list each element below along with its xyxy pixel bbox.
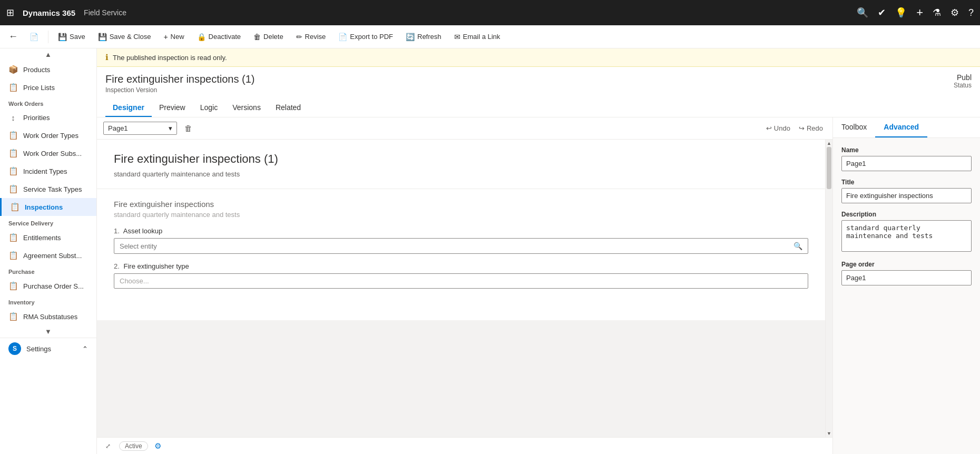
scrollbar-thumb[interactable] [827, 147, 831, 189]
export-pdf-button[interactable]: 📄 Export to PDF [333, 29, 398, 44]
undo-button[interactable]: ↩ Undo [763, 122, 793, 134]
form-preview-scroll[interactable]: Fire extinguisher inspections (1) standa… [97, 140, 825, 437]
sidebar-item-settings[interactable]: S Settings ⌃ [0, 338, 96, 359]
doc-button[interactable]: 📄 [24, 29, 44, 44]
rp-title-input[interactable] [841, 188, 972, 203]
rp-description-textarea[interactable]: standard quarterly maintenance and tests [841, 220, 972, 252]
form-preview-inner: Fire extinguisher inspections (1) standa… [97, 140, 825, 320]
info-icon: ℹ [105, 53, 109, 62]
new-button[interactable]: + New [158, 29, 189, 44]
back-button[interactable]: ← [4, 29, 22, 44]
rp-name-input[interactable] [841, 156, 972, 171]
scrollbar-down-arrow[interactable]: ▼ [826, 430, 832, 437]
page-dropdown[interactable]: Page1 ▾ [103, 122, 177, 135]
page-dropdown-value: Page1 [108, 124, 128, 132]
field-1-num: 1. [114, 227, 120, 235]
sidebar-item-agreement-substatuses[interactable]: 📋 Agreement Subst... [0, 246, 96, 264]
settings-expand-icon: ⌃ [82, 345, 88, 353]
rp-page-order-input[interactable] [841, 270, 972, 285]
extinguisher-type-dropdown[interactable]: Choose... [114, 273, 808, 289]
email-link-button[interactable]: ✉ Email a Link [449, 29, 506, 44]
chevron-up-icon: ▲ [45, 51, 52, 58]
export-pdf-icon: 📄 [338, 33, 347, 41]
settings-icon[interactable]: ⚙ [950, 7, 959, 18]
purchase-order-substatuses-icon: 📋 [8, 281, 18, 291]
sidebar-item-inspections[interactable]: 📋 Inspections [0, 198, 96, 216]
chevron-down-icon: ▼ [45, 328, 52, 335]
module-name: Field Service [84, 8, 126, 17]
rp-description-label: Description [841, 211, 972, 218]
top-nav: ⊞ Dynamics 365 Field Service 🔍 ✔ 💡 + ⚗ ⚙… [0, 0, 980, 25]
rp-tab-advanced[interactable]: Advanced [875, 117, 927, 137]
doc-icon: 📄 [30, 33, 38, 41]
inspections-icon: 📋 [10, 202, 19, 212]
waffle-icon[interactable]: ⊞ [6, 7, 14, 18]
sidebar: ▲ 📦 Products 📋 Price Lists Work Orders ↕… [0, 48, 97, 454]
command-bar: ← 📄 💾 Save 💾 Save & Close + New 🔒 Deacti… [0, 25, 980, 48]
delete-icon: 🗑 [253, 33, 261, 41]
record-status-label: Publ [954, 73, 972, 82]
tabs-row: Designer Preview Logic Versions Related [105, 99, 972, 117]
tab-related[interactable]: Related [268, 99, 308, 117]
deactivate-button[interactable]: 🔒 Deactivate [192, 29, 246, 44]
tab-preview[interactable]: Preview [152, 99, 193, 117]
delete-button[interactable]: 🗑 Delete [248, 29, 289, 44]
lightbulb-icon[interactable]: 💡 [895, 7, 907, 18]
tab-logic[interactable]: Logic [193, 99, 225, 117]
info-banner: ℹ The published inspection is read only. [97, 48, 980, 67]
sidebar-item-price-lists[interactable]: 📋 Price Lists [0, 78, 96, 96]
form-page-title: Fire extinguisher inspections (1) [114, 152, 808, 166]
record-header: Fire extinguisher inspections (1) Inspec… [97, 67, 980, 117]
save-button[interactable]: 💾 Save [53, 29, 91, 44]
rp-tab-toolbox[interactable]: Toolbox [833, 117, 875, 137]
refresh-button[interactable]: 🔄 Refresh [400, 29, 447, 44]
form-scroll-container: Fire extinguisher inspections (1) standa… [97, 140, 832, 437]
sidebar-item-products[interactable]: 📦 Products [0, 61, 96, 78]
sidebar-item-service-task-types[interactable]: 📋 Service Task Types [0, 180, 96, 198]
sidebar-item-purchase-order-substatuses[interactable]: 📋 Purchase Order S... [0, 277, 96, 295]
field-asset-lookup: 1. Asset lookup 🔍 [114, 227, 808, 254]
rp-field-name: Name [841, 146, 972, 171]
field-extinguisher-type-label: 2. Fire extinguisher type [114, 262, 808, 270]
sidebar-scroll-up[interactable]: ▲ [0, 48, 96, 61]
main-layout: ▲ 📦 Products 📋 Price Lists Work Orders ↕… [0, 48, 980, 454]
scrollbar-up-arrow[interactable]: ▲ [826, 140, 832, 147]
refresh-icon: 🔄 [406, 33, 415, 41]
sidebar-scroll-down[interactable]: ▼ [0, 325, 96, 338]
form-canvas: Page1 ▾ 🗑 ↩ Undo ↪ Redo [97, 117, 832, 454]
designer-area: Page1 ▾ 🗑 ↩ Undo ↪ Redo [97, 117, 980, 454]
sidebar-item-rma-substatuses[interactable]: 📋 RMA Substatuses [0, 308, 96, 325]
right-panel-content: Name Title Description standard quarterl… [833, 138, 980, 294]
sidebar-item-work-order-types[interactable]: 📋 Work Order Types [0, 126, 96, 144]
filter-icon[interactable]: ⚗ [933, 7, 941, 18]
entity-lookup-input[interactable]: 🔍 [114, 238, 808, 254]
checkmark-icon[interactable]: ✔ [878, 7, 886, 18]
sidebar-item-incident-types[interactable]: 📋 Incident Types [0, 162, 96, 180]
purchase-header: Purchase [0, 264, 96, 277]
rp-name-label: Name [841, 146, 972, 154]
status-settings-icon[interactable]: ⚙ [154, 441, 161, 451]
work-order-substatuses-icon: 📋 [8, 149, 18, 158]
sidebar-item-entitlements[interactable]: 📋 Entitlements [0, 229, 96, 246]
tab-versions[interactable]: Versions [225, 99, 268, 117]
page-dropdown-chevron: ▾ [169, 124, 172, 132]
entity-lookup-text[interactable] [120, 242, 789, 250]
revise-button[interactable]: ✏ Revise [291, 29, 331, 44]
agreement-substatuses-icon: 📋 [8, 251, 18, 260]
save-close-button[interactable]: 💾 Save & Close [93, 29, 156, 44]
search-icon[interactable]: 🔍 [857, 7, 868, 18]
sidebar-item-priorities[interactable]: ↕ Priorities [0, 109, 96, 126]
tab-designer[interactable]: Designer [105, 99, 152, 117]
sidebar-item-work-order-substatuses[interactable]: 📋 Work Order Subs... [0, 144, 96, 162]
redo-button[interactable]: ↪ Redo [796, 122, 826, 134]
expand-button[interactable]: ⤢ [103, 441, 113, 451]
plus-icon[interactable]: + [916, 6, 923, 19]
price-lists-icon: 📋 [8, 83, 18, 92]
undo-redo-group: ↩ Undo ↪ Redo [763, 122, 826, 134]
record-subtitle: Inspection Version [105, 86, 254, 94]
record-status-col: Publ Status [954, 73, 972, 89]
delete-page-button[interactable]: 🗑 [181, 122, 195, 135]
content-area: ℹ The published inspection is read only.… [97, 48, 980, 454]
help-icon[interactable]: ? [968, 7, 974, 18]
new-icon: + [163, 33, 168, 41]
